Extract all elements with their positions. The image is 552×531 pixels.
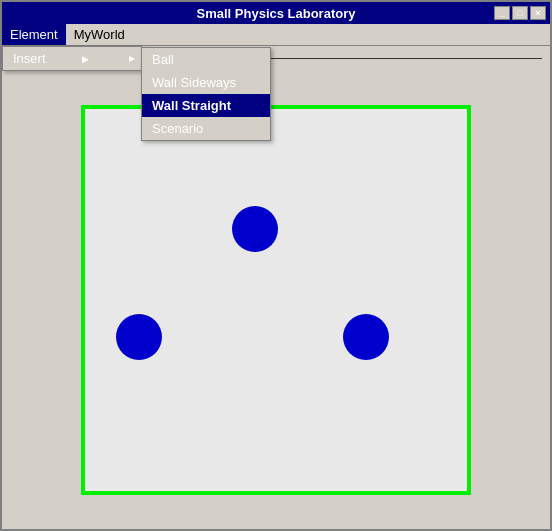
ball-2[interactable] — [116, 314, 162, 360]
insert-menu-item[interactable]: Insert ▶ Ball Wall Sideways Wall Straigh… — [3, 47, 141, 70]
element-dropdown: Insert ▶ Ball Wall Sideways Wall Straigh… — [2, 46, 142, 71]
canvas-area — [2, 70, 550, 529]
window-title: Small Physics Laboratory — [197, 6, 356, 21]
wall-sideways-label: Wall Sideways — [152, 75, 236, 90]
physics-canvas — [81, 105, 471, 495]
element-menu-label: Element — [10, 27, 58, 42]
menu-bar: Element Insert ▶ Ball Wall Sideways — [2, 24, 550, 46]
insert-ball-item[interactable]: Ball — [142, 48, 270, 71]
insert-wall-sideways-item[interactable]: Wall Sideways — [142, 71, 270, 94]
wall-straight-label: Wall Straight — [152, 98, 231, 113]
insert-scenario-item[interactable]: Scenario — [142, 117, 270, 140]
minimize-button[interactable]: _ — [494, 6, 510, 20]
maximize-button[interactable]: □ — [512, 6, 528, 20]
insert-submenu: Ball Wall Sideways Wall Straight Scenari… — [141, 47, 271, 141]
ball-3[interactable] — [343, 314, 389, 360]
myworld-menu-label: MyWorld — [74, 27, 125, 42]
insert-wall-straight-item[interactable]: Wall Straight — [142, 94, 270, 117]
element-menu[interactable]: Element Insert ▶ Ball Wall Sideways — [2, 24, 66, 45]
close-button[interactable]: × — [530, 6, 546, 20]
title-bar-buttons: _ □ × — [494, 6, 546, 20]
main-window: Small Physics Laboratory _ □ × Element I… — [0, 0, 552, 531]
myworld-menu[interactable]: MyWorld — [66, 24, 133, 45]
insert-arrow-icon: ▶ — [82, 54, 89, 64]
ball-1[interactable] — [232, 206, 278, 252]
title-bar: Small Physics Laboratory _ □ × — [2, 2, 550, 24]
